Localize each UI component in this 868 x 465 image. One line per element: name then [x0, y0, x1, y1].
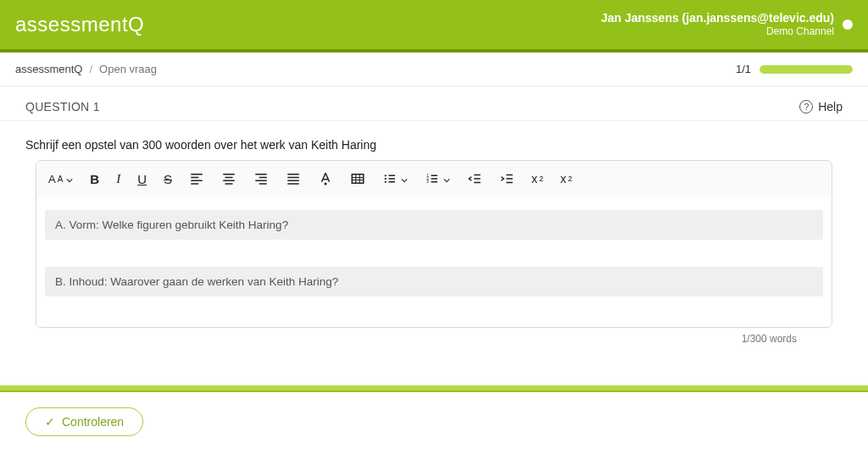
superscript-button[interactable]: x2 — [560, 172, 572, 185]
svg-point-2 — [385, 174, 387, 176]
chevron-down-icon — [66, 172, 73, 186]
question-header: QUESTION 1 ? Help — [0, 86, 868, 121]
question-prompt: Schrijf een opstel van 300 woorden over … — [0, 121, 868, 160]
outdent-button[interactable] — [467, 171, 482, 186]
user-menu-toggle-icon — [843, 19, 853, 30]
svg-rect-1 — [352, 174, 364, 184]
user-channel: Demo Channel — [601, 25, 834, 37]
editor-content-area[interactable]: A. Vorm: Welke figuren gebruikt Keith Ha… — [36, 197, 832, 327]
breadcrumb-item: Open vraag — [99, 63, 157, 75]
chevron-down-icon — [401, 172, 408, 186]
check-icon: ✓ — [45, 415, 55, 429]
italic-button[interactable]: I — [116, 172, 120, 186]
bullet-list-button[interactable] — [382, 171, 408, 186]
check-button[interactable]: ✓ Controleren — [25, 407, 143, 436]
align-right-button[interactable] — [253, 171, 269, 186]
align-justify-button[interactable] — [286, 171, 301, 186]
app-header: assessmentQ Jan Janssens (jan.janssens@t… — [0, 0, 868, 49]
breadcrumb-bar: assessmentQ / Open vraag 1/1 — [0, 53, 868, 86]
editor-hint-b[interactable]: B. Inhoud: Waarover gaan de werken van K… — [45, 267, 823, 296]
footer-divider — [0, 385, 868, 392]
underline-button[interactable]: U — [137, 172, 147, 186]
align-left-button[interactable] — [189, 171, 204, 186]
rich-text-editor: AA B I U S 123 x2 x2 — [36, 160, 832, 328]
strikethrough-button[interactable]: S — [164, 172, 172, 186]
help-label: Help — [818, 100, 843, 113]
check-button-label: Controleren — [62, 415, 124, 429]
app-logo: assessmentQ — [15, 13, 144, 36]
editor-toolbar: AA B I U S 123 x2 x2 — [36, 161, 832, 197]
editor-hint-a[interactable]: A. Vorm: Welke figuren gebruikt Keith Ha… — [45, 210, 823, 240]
progress-count: 1/1 — [736, 63, 751, 75]
svg-point-0 — [325, 183, 327, 185]
word-count: 1/300 words — [36, 328, 832, 345]
align-center-button[interactable] — [221, 171, 236, 186]
numbered-list-button[interactable]: 123 — [425, 171, 450, 186]
indent-button[interactable] — [499, 171, 515, 186]
svg-point-4 — [385, 181, 387, 183]
help-button[interactable]: ? Help — [799, 100, 843, 113]
breadcrumb-root[interactable]: assessmentQ — [15, 63, 82, 75]
bold-button[interactable]: B — [90, 172, 99, 186]
progress-bar — [760, 65, 853, 74]
chevron-down-icon — [443, 172, 450, 186]
progress-bar-fill — [760, 65, 853, 74]
svg-point-3 — [385, 178, 387, 180]
user-name: Jan Janssens (jan.janssens@televic.edu) — [601, 11, 834, 25]
help-icon: ? — [799, 100, 813, 113]
progress-area: 1/1 — [736, 63, 853, 75]
user-menu[interactable]: Jan Janssens (jan.janssens@televic.edu) … — [601, 11, 853, 37]
font-size-button[interactable]: AA — [48, 172, 73, 186]
text-color-button[interactable] — [318, 171, 333, 186]
breadcrumb-separator-icon: / — [89, 63, 92, 75]
table-button[interactable] — [350, 171, 365, 186]
svg-text:3: 3 — [426, 180, 429, 184]
subscript-button[interactable]: x2 — [531, 172, 543, 185]
question-label: QUESTION 1 — [25, 100, 100, 113]
breadcrumb: assessmentQ / Open vraag — [15, 63, 157, 75]
